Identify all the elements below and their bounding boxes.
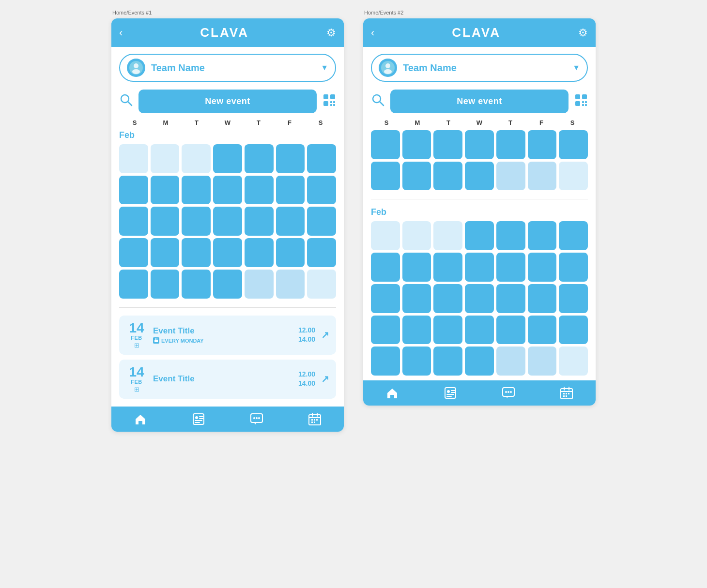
cal-day[interactable]	[496, 347, 525, 376]
nav-home-2[interactable]	[385, 386, 399, 400]
cal-day[interactable]	[496, 316, 525, 345]
cal-day[interactable]	[559, 253, 588, 282]
cal-day[interactable]	[559, 347, 588, 376]
cal-day[interactable]	[307, 207, 336, 236]
cal-day[interactable]	[151, 207, 180, 236]
cal-day[interactable]	[307, 270, 336, 299]
cal-day[interactable]	[245, 270, 274, 299]
nav-roster-1[interactable]	[192, 412, 205, 426]
cal-day[interactable]	[307, 176, 336, 205]
cal-day[interactable]	[433, 347, 462, 376]
cal-day[interactable]	[465, 284, 494, 313]
cal-day[interactable]	[371, 316, 400, 345]
cal-day[interactable]	[402, 253, 431, 282]
cal-day[interactable]	[213, 207, 242, 236]
cal-day[interactable]	[496, 221, 525, 250]
view-toggle-icon-1[interactable]	[323, 93, 336, 110]
cal-day[interactable]	[433, 284, 462, 313]
event-card-2[interactable]: 14 FEB ⊞ Event Title 12.00 14.00 ↗	[119, 360, 336, 399]
cal-day[interactable]	[151, 144, 180, 173]
cal-day[interactable]	[528, 130, 557, 159]
settings-button-2[interactable]: ⚙	[578, 27, 588, 39]
cal-day[interactable]	[433, 253, 462, 282]
cal-day[interactable]	[465, 347, 494, 376]
search-icon-1[interactable]	[119, 93, 133, 110]
cal-day[interactable]	[465, 130, 494, 159]
cal-day[interactable]	[465, 253, 494, 282]
event-arrow-1[interactable]: ↗	[321, 329, 329, 341]
cal-day[interactable]	[119, 238, 148, 267]
back-button-1[interactable]: ‹	[119, 27, 123, 39]
cal-day[interactable]	[276, 270, 305, 299]
cal-day[interactable]	[276, 176, 305, 205]
cal-day[interactable]	[151, 176, 180, 205]
cal-day[interactable]	[371, 347, 400, 376]
cal-day[interactable]	[465, 162, 494, 191]
cal-day[interactable]	[213, 270, 242, 299]
cal-day[interactable]	[528, 221, 557, 250]
cal-day[interactable]	[245, 238, 274, 267]
cal-day[interactable]	[119, 270, 148, 299]
cal-day[interactable]	[119, 176, 148, 205]
nav-calendar-1[interactable]	[308, 412, 322, 426]
cal-day[interactable]	[528, 253, 557, 282]
search-icon-2[interactable]	[371, 93, 384, 110]
cal-day[interactable]	[276, 144, 305, 173]
cal-day[interactable]	[371, 221, 400, 250]
cal-day[interactable]	[402, 316, 431, 345]
cal-day[interactable]	[465, 316, 494, 345]
back-button-2[interactable]: ‹	[371, 27, 374, 39]
cal-day[interactable]	[496, 284, 525, 313]
cal-day[interactable]	[402, 221, 431, 250]
cal-day[interactable]	[371, 284, 400, 313]
cal-day[interactable]	[496, 130, 525, 159]
cal-day[interactable]	[307, 144, 336, 173]
cal-day[interactable]	[182, 270, 211, 299]
new-event-button-1[interactable]: New event	[138, 90, 317, 113]
view-toggle-icon-2[interactable]	[574, 93, 588, 110]
settings-button-1[interactable]: ⚙	[326, 27, 336, 39]
cal-day[interactable]	[528, 284, 557, 313]
cal-day[interactable]	[151, 238, 180, 267]
cal-day[interactable]	[433, 130, 462, 159]
cal-day[interactable]	[371, 130, 400, 159]
nav-calendar-2[interactable]	[560, 386, 573, 400]
cal-day[interactable]	[559, 221, 588, 250]
cal-day[interactable]	[371, 253, 400, 282]
nav-chat-1[interactable]	[250, 412, 263, 426]
cal-day[interactable]	[182, 238, 211, 267]
nav-home-1[interactable]	[134, 412, 147, 426]
cal-day[interactable]	[402, 347, 431, 376]
cal-day[interactable]	[496, 253, 525, 282]
cal-day[interactable]	[245, 207, 274, 236]
cal-day[interactable]	[276, 207, 305, 236]
team-selector-1[interactable]: Team Name ▼	[119, 54, 336, 82]
cal-day[interactable]	[245, 144, 274, 173]
cal-day[interactable]	[119, 207, 148, 236]
cal-day[interactable]	[276, 238, 305, 267]
cal-day[interactable]	[433, 316, 462, 345]
cal-day[interactable]	[433, 162, 462, 191]
cal-day[interactable]	[119, 144, 148, 173]
cal-day[interactable]	[213, 238, 242, 267]
cal-day[interactable]	[559, 162, 588, 191]
cal-day[interactable]	[559, 130, 588, 159]
cal-day[interactable]	[528, 347, 557, 376]
cal-day[interactable]	[151, 270, 180, 299]
new-event-button-2[interactable]: New event	[390, 90, 569, 113]
cal-day[interactable]	[402, 130, 431, 159]
cal-day[interactable]	[465, 221, 494, 250]
cal-day[interactable]	[182, 144, 211, 173]
event-card-1[interactable]: 14 FEB ⊞ Event Title EVERY MONDAY 12.00 …	[119, 316, 336, 355]
cal-day[interactable]	[182, 207, 211, 236]
event-arrow-2[interactable]: ↗	[321, 373, 329, 385]
cal-day[interactable]	[245, 176, 274, 205]
cal-day[interactable]	[433, 221, 462, 250]
cal-day[interactable]	[213, 144, 242, 173]
cal-day[interactable]	[402, 284, 431, 313]
team-selector-2[interactable]: Team Name ▼	[371, 54, 588, 82]
cal-day[interactable]	[402, 162, 431, 191]
cal-day[interactable]	[528, 316, 557, 345]
cal-day[interactable]	[213, 176, 242, 205]
nav-roster-2[interactable]	[444, 386, 457, 400]
